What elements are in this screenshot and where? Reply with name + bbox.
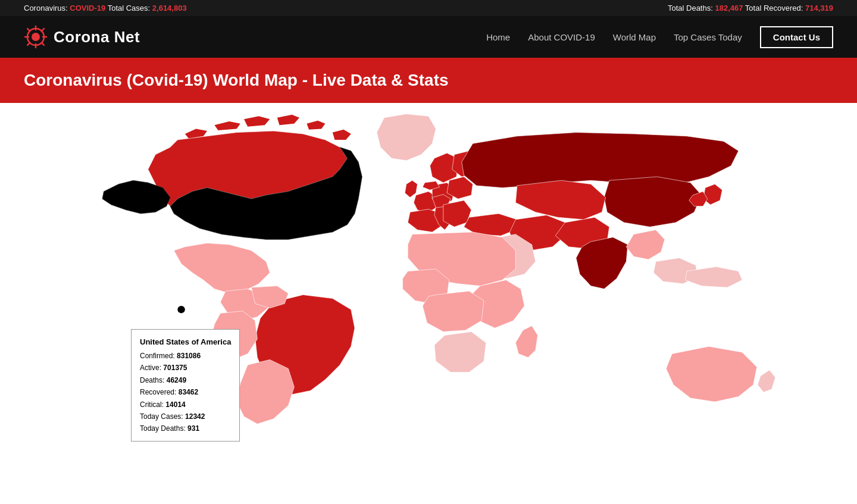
banner-title: Coronavirus (Covid-19) World Map - Live … (24, 71, 833, 90)
navbar: Corona Net Home About COVID-19 World Map… (0, 16, 857, 58)
svg-line-6 (27, 29, 30, 31)
logo-text: Corona Net (54, 28, 140, 46)
svg-line-8 (42, 29, 44, 31)
tooltip-deaths: Deaths: 46249 (140, 374, 231, 386)
tooltip-confirmed: Confirmed: 831086 (140, 350, 231, 362)
svg-line-7 (42, 43, 44, 45)
nav-top-cases[interactable]: Top Cases Today (674, 32, 742, 42)
top-bar-left: Coronavirus: COVID-19 Total Cases: 2,614… (24, 4, 187, 12)
top-bar-right: Total Deaths: 182,467 Total Recovered: 7… (668, 4, 833, 12)
world-map[interactable] (0, 103, 857, 472)
coronavirus-label: Coronavirus: (24, 4, 70, 12)
logo-icon (24, 25, 48, 49)
tooltip-country: United States of America (140, 336, 231, 349)
logo-area: Corona Net (24, 25, 486, 49)
nav-about[interactable]: About COVID-19 (528, 32, 595, 42)
tooltip-recovered: Recovered: 83462 (140, 386, 231, 398)
svg-point-11 (177, 306, 184, 313)
russia[interactable] (462, 133, 739, 188)
nav-home[interactable]: Home (486, 32, 510, 42)
tooltip-today-cases: Today Cases: 12342 (140, 411, 231, 422)
map-section[interactable]: United States of America Confirmed: 8310… (0, 103, 857, 472)
nav-worldmap[interactable]: World Map (613, 32, 656, 42)
svg-point-1 (32, 33, 40, 41)
country-tooltip: United States of America Confirmed: 8310… (131, 329, 240, 442)
tooltip-today-deaths: Today Deaths: 931 (140, 422, 231, 434)
tooltip-active: Active: 701375 (140, 362, 231, 374)
red-banner: Coronavirus (Covid-19) World Map - Live … (0, 58, 857, 103)
contact-button[interactable]: Contact Us (760, 26, 833, 48)
top-bar: Coronavirus: COVID-19 Total Cases: 2,614… (0, 0, 857, 16)
svg-line-9 (27, 43, 30, 45)
tooltip-critical: Critical: 14014 (140, 399, 231, 411)
nav-links: Home About COVID-19 World Map Top Cases … (486, 26, 833, 48)
